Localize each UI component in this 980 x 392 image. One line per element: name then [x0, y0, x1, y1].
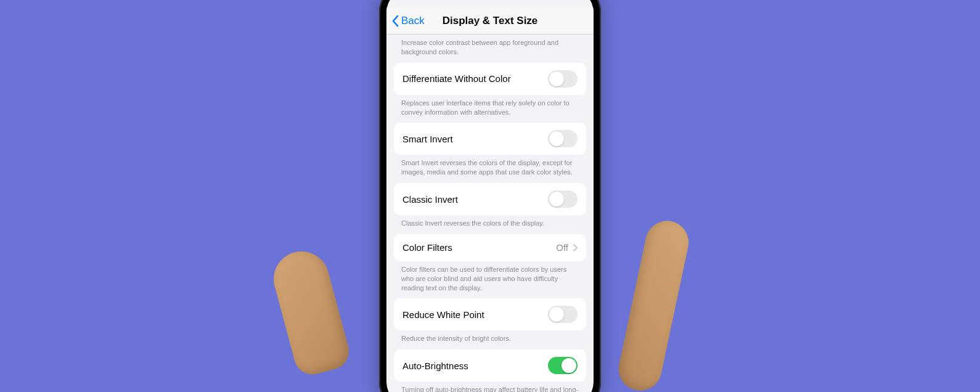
auto-brightness-description: Turning off auto-brightness may affect b…: [386, 382, 594, 392]
color-filters-description: Color filters can be used to differentia…: [386, 261, 594, 299]
smart-invert-label: Smart Invert: [402, 134, 453, 144]
reduce-white-point-description: Reduce the intensity of bright colors.: [386, 330, 594, 349]
differentiate-label: Differentiate Without Color: [402, 73, 511, 84]
chevron-left-icon: [391, 15, 399, 27]
color-filters-row[interactable]: Color Filters Off: [394, 234, 586, 261]
classic-invert-description: Classic Invert reverses the colors of th…: [386, 215, 594, 234]
auto-brightness-label: Auto-Brightness: [402, 361, 468, 371]
reduce-white-point-row[interactable]: Reduce White Point: [394, 298, 586, 330]
auto-brightness-row[interactable]: Auto-Brightness: [394, 349, 586, 382]
increase-contrast-description: Increase color contrast between app fore…: [386, 35, 594, 63]
phone-screen: Back Display & Text Size Increase color …: [386, 0, 594, 392]
back-button[interactable]: Back: [391, 15, 425, 27]
navigation-bar: Back Display & Text Size: [386, 7, 594, 35]
phone-frame: Back Display & Text Size Increase color …: [379, 0, 601, 392]
page-title: Display & Text Size: [443, 15, 538, 27]
reduce-white-point-label: Reduce White Point: [402, 309, 484, 320]
settings-scroll-area[interactable]: Increase color contrast between app fore…: [386, 35, 594, 392]
smart-invert-toggle[interactable]: [548, 130, 578, 147]
classic-invert-row[interactable]: Classic Invert: [394, 183, 586, 215]
differentiate-toggle[interactable]: [548, 70, 578, 88]
chevron-right-icon: [573, 244, 578, 251]
classic-invert-toggle[interactable]: [548, 190, 578, 208]
color-filters-value-container: Off: [556, 242, 578, 253]
differentiate-description: Replaces user interface items that rely …: [386, 95, 594, 123]
classic-invert-label: Classic Invert: [402, 194, 458, 205]
reduce-white-point-toggle[interactable]: [548, 306, 578, 323]
smart-invert-description: Smart Invert reverses the colors of the …: [386, 155, 594, 183]
differentiate-without-color-row[interactable]: Differentiate Without Color: [394, 63, 586, 95]
color-filters-value: Off: [556, 242, 568, 253]
smart-invert-row[interactable]: Smart Invert: [394, 123, 586, 155]
auto-brightness-toggle[interactable]: [548, 357, 578, 374]
back-label: Back: [401, 15, 425, 27]
color-filters-label: Color Filters: [402, 242, 452, 253]
